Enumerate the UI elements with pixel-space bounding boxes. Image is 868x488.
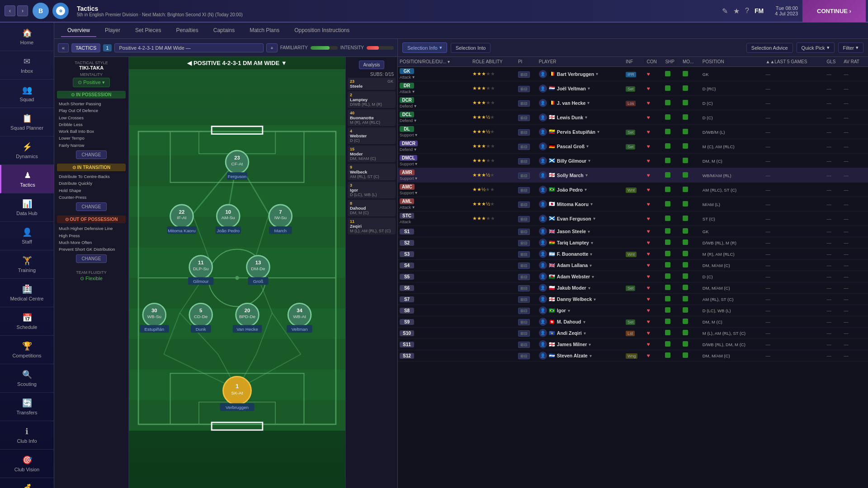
player-name[interactable]: M. Dahoud xyxy=(557,319,581,324)
sidebar-item-competitions[interactable]: 🏆 Competitions xyxy=(0,336,54,364)
player-name[interactable]: Andi Zeqiri xyxy=(557,330,582,336)
player-cf[interactable]: 23 CF-At Ferguson xyxy=(226,150,249,180)
sidebar-item-squad-planner[interactable]: 📋 Squad Planner xyxy=(0,108,54,136)
player-dropdown[interactable]: ▾ xyxy=(583,319,585,324)
add-tactic-btn[interactable]: + xyxy=(266,43,277,52)
cell-player[interactable]: 👤 🇯🇵 Mitoma Kaoru ▾ xyxy=(537,197,624,211)
sub-lamptey[interactable]: 2 Lamptey D/WB (RL), M (R) xyxy=(348,91,396,108)
player-name[interactable]: João Pedro xyxy=(557,187,583,192)
formation-arrow-right[interactable]: ▼ xyxy=(281,60,287,66)
player-dropdown[interactable]: ▾ xyxy=(588,86,590,91)
change-btn-transition[interactable]: CHANGE xyxy=(76,202,107,211)
col-position[interactable]: POSITION xyxy=(701,57,764,67)
sub-webster[interactable]: 4 Webster D (C) xyxy=(348,127,396,144)
cell-player[interactable]: 👤 🇸🇻 Steven Alzate ▾ xyxy=(537,350,624,361)
table-row[interactable]: S12 ⊞⊟ 👤 🇸🇻 Steven Alzate ▾ Wng ♥ xyxy=(398,350,868,361)
sidebar-item-home[interactable]: 🏠 Home xyxy=(0,23,54,51)
col-shp[interactable]: SHP xyxy=(663,57,681,67)
table-row[interactable]: S4 ⊞⊟ 👤 🇬🇧 Adam Lallana ▾ ♥ xyxy=(398,260,868,271)
tab-match-plans[interactable]: Match Plans xyxy=(243,24,286,37)
player-dropdown[interactable]: ▾ xyxy=(590,263,592,268)
player-dropdown[interactable]: ▾ xyxy=(587,100,590,105)
col-last5[interactable]: ▲▲LAST 5 GAMES xyxy=(764,57,825,67)
cell-player[interactable]: 👤 🇬🇧 Jason Steele ▾ xyxy=(537,226,624,237)
formation-arrow-left[interactable]: ◀ xyxy=(187,60,192,66)
col-avrat[interactable]: AV RAT xyxy=(842,57,868,67)
cell-player[interactable]: 👤 🇩🇪 Pascal Groß ▾ xyxy=(537,139,624,154)
sidebar-item-squad[interactable]: 👥 Squad xyxy=(0,80,54,108)
player-name[interactable]: Solly March xyxy=(557,173,584,178)
table-row[interactable]: AMR Support ▾ ★★★½★ ⊞⊟ 👤 🏴󠁧󠁢󠁥󠁮󠁧󠁿 Solly M… xyxy=(398,168,868,183)
player-name[interactable]: J. van Hecke xyxy=(557,100,586,106)
table-row[interactable]: S6 ⊞⊟ 👤 🇵🇱 Jakub Moder ▾ Set ♥ xyxy=(398,282,868,294)
player-dropdown[interactable]: ▾ xyxy=(593,216,595,221)
sidebar-item-scouting[interactable]: 🔍 Scouting xyxy=(0,364,54,393)
star-icon[interactable]: ★ xyxy=(733,7,740,15)
selection-into-btn[interactable]: Selection Into xyxy=(451,43,491,53)
player-name[interactable]: Tariq Lamptey xyxy=(557,240,589,245)
player-name[interactable]: Adam Lallana xyxy=(557,263,588,268)
cell-player[interactable]: 👤 🏴󠁧󠁢󠁥󠁮󠁧󠁿 Danny Welbeck ▾ xyxy=(537,294,624,305)
sub-buonanotte[interactable]: 40 Buonanotte M (R), AM (RLC) xyxy=(348,109,396,126)
cell-player[interactable]: 👤 🇳🇱 Joël Veltman ▾ xyxy=(537,81,624,96)
player-name[interactable]: Bart Verbruggen xyxy=(557,71,594,77)
cell-player[interactable]: 👤 🇧🇷 Igor ▾ xyxy=(537,305,624,316)
pos-dropdown[interactable]: ▾ xyxy=(415,176,417,181)
tab-penalties[interactable]: Penalties xyxy=(170,24,204,37)
table-row[interactable]: DCL Defend ▾ ★★★½★ ⊞⊟ 👤 🏴󠁧󠁢󠁥󠁮󠁧󠁿 Lewis Du… xyxy=(398,110,868,125)
pos-dropdown[interactable]: ▾ xyxy=(414,147,416,152)
sidebar-item-data-hub[interactable]: 📊 Data Hub xyxy=(0,193,54,222)
player-dlp[interactable]: 11 DLP-Su Gilmour xyxy=(188,256,213,285)
sub-steele[interactable]: 23 GK Steele xyxy=(348,78,396,90)
sidebar-item-club-vision[interactable]: 🎯 Club Vision xyxy=(0,450,54,478)
table-row[interactable]: DCR Defend ▾ ★★★★★ ⊞⊟ 👤 🇧🇪 J. van Hecke … xyxy=(398,96,868,110)
player-name[interactable]: F. Buonanotte xyxy=(557,251,588,257)
player-name[interactable]: James Milner xyxy=(557,342,587,347)
player-dropdown[interactable]: ▾ xyxy=(594,297,596,302)
cell-player[interactable]: 👤 🇦🇷 F. Buonanotte ▾ xyxy=(537,249,624,260)
tactics-label-btn[interactable]: TACTICS xyxy=(71,43,100,52)
tab-set-pieces[interactable]: Set Pieces xyxy=(129,24,167,37)
change-btn-oop[interactable]: CHANGE xyxy=(76,254,107,263)
edit-icon[interactable]: ✎ xyxy=(722,7,728,15)
col-role[interactable]: ROLE ABILITY xyxy=(471,57,516,67)
pos-dropdown[interactable]: ▾ xyxy=(414,118,416,123)
player-name[interactable]: Pascal Groß xyxy=(557,144,585,149)
player-dropdown[interactable]: ▾ xyxy=(585,187,587,192)
sub-zeqiri[interactable]: 11 Zeqiri M (L), AM (RL), ST (C) xyxy=(348,218,396,235)
cell-player[interactable]: 👤 🇽🇰 Andi Zeqiri ▾ xyxy=(537,328,624,339)
tactic-collapse-btn[interactable]: « xyxy=(58,43,69,52)
sidebar-item-transfers[interactable]: 🔄 Transfers xyxy=(0,393,54,421)
change-btn-possession[interactable]: CHANGE xyxy=(76,150,107,159)
sidebar-item-training[interactable]: 🏋 Training xyxy=(0,250,54,279)
table-row[interactable]: S5 ⊞⊟ 👤 🏴󠁧󠁢󠁷󠁬󠁳󠁿 Adam Webster ▾ ♥ xyxy=(398,271,868,282)
col-pos[interactable]: POSITION/ROLE/DU... ▾ xyxy=(398,57,471,67)
forward-button[interactable]: › xyxy=(17,5,28,16)
player-dropdown[interactable]: ▾ xyxy=(584,331,586,336)
table-row[interactable]: DMCR Defend ▾ ★★★★★ ⊞⊟ 👤 🇩🇪 Pascal Groß … xyxy=(398,139,868,154)
sub-dahoud[interactable]: 8 Dahoud DM, M (C) xyxy=(348,200,396,216)
tab-overview[interactable]: Overview xyxy=(61,24,96,37)
cell-player[interactable]: 👤 🇧🇪 Bart Verbruggen ▾ xyxy=(537,67,624,81)
table-row[interactable]: STC Attack ★★★★★ ⊞⊟ 👤 🏴󠁧󠁢󠁳󠁣󠁴󠁿 Evan Fergu… xyxy=(398,211,868,226)
sub-moder[interactable]: 15 Moder DM, M/AM (C) xyxy=(348,145,396,162)
sidebar-item-club-info[interactable]: ℹ Club Info xyxy=(0,421,54,450)
sidebar-item-staff[interactable]: 👤 Staff xyxy=(0,222,54,250)
col-mo[interactable]: MO... xyxy=(681,57,701,67)
filter-btn[interactable]: Filter ▾ xyxy=(838,42,863,53)
player-dropdown[interactable]: ▾ xyxy=(592,274,594,279)
player-dropdown[interactable]: ▾ xyxy=(586,144,589,149)
player-wbr[interactable]: 34 WB-At Veltman xyxy=(287,303,312,333)
table-row[interactable]: AML Attack ▾ ★★★½★ ⊞⊟ 👤 🇯🇵 Mitoma Kaoru … xyxy=(398,197,868,211)
pos-dropdown[interactable]: ▾ xyxy=(412,89,415,94)
cell-player[interactable]: 👤 🇵🇱 Jakub Moder ▾ xyxy=(537,282,624,294)
table-row[interactable]: S7 ⊞⊟ 👤 🏴󠁧󠁢󠁥󠁮󠁧󠁿 Danny Welbeck ▾ ♥ xyxy=(398,294,868,305)
style-value[interactable]: TIKI-TAKA xyxy=(57,65,126,70)
player-name[interactable]: Jason Steele xyxy=(557,229,586,234)
player-dropdown[interactable]: ▾ xyxy=(585,115,587,120)
pos-dropdown[interactable]: ▾ xyxy=(415,132,417,137)
table-row[interactable]: S8 ⊞⊟ 👤 🇧🇷 Igor ▾ ♥ xyxy=(398,305,868,316)
cell-player[interactable]: 👤 🇧🇪 J. van Hecke ▾ xyxy=(537,96,624,110)
pos-dropdown[interactable]: ▾ xyxy=(412,75,415,80)
col-gls[interactable]: GLS xyxy=(825,57,842,67)
